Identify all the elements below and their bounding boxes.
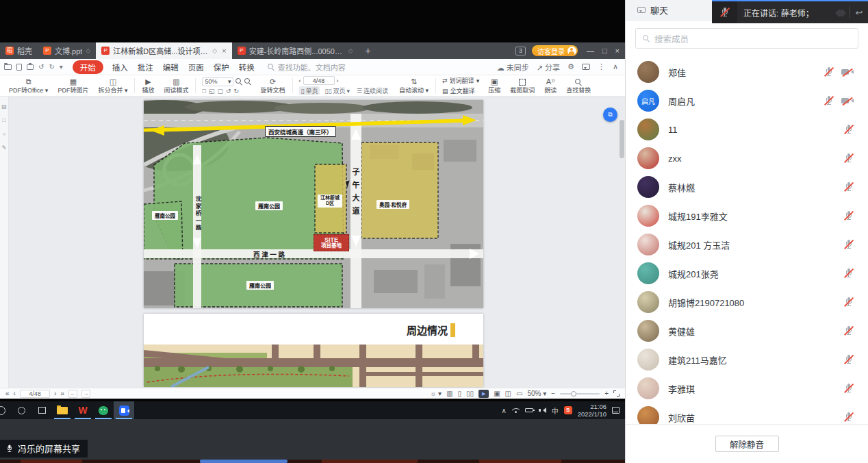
share-button[interactable]: ↗ 分享 (537, 62, 560, 73)
actual-size-icon[interactable]: ▢ (217, 88, 223, 95)
mic-muted-icon[interactable] (843, 210, 854, 221)
more-icon[interactable]: ⋮ (598, 62, 605, 71)
presentation-play-button[interactable]: ▶ (478, 390, 489, 398)
bookmark-panel-icon[interactable]: □ (3, 117, 6, 123)
pin-icon[interactable]: ◇ (212, 47, 217, 54)
split-merge-button[interactable]: ◫拆分合并 ▾ (93, 77, 132, 95)
maximize-button[interactable]: □ (602, 47, 607, 55)
scrollbar-thumb[interactable] (620, 120, 624, 158)
member-row[interactable]: 城规201张尧 (626, 259, 868, 288)
member-row[interactable]: 建筑211马嘉忆 (626, 345, 868, 374)
mic-toggle-button[interactable] (712, 1, 737, 23)
start-button[interactable] (0, 401, 11, 419)
auto-scroll-button[interactable]: ⇅自动滚动 ▾ (394, 77, 433, 95)
pin-icon[interactable]: ◇ (348, 47, 353, 54)
single-page-view-icon[interactable]: ▯ (458, 390, 462, 397)
menu-item[interactable]: 页面 (188, 64, 204, 72)
full-translate-button[interactable]: ▤全文翻译 (442, 86, 479, 95)
print-icon[interactable] (27, 64, 34, 70)
mic-muted-icon[interactable] (824, 66, 834, 77)
find-replace-button[interactable]: 查找替换 (561, 77, 596, 95)
return-arrow-icon[interactable]: ↩ (850, 8, 868, 18)
mic-muted-icon[interactable] (843, 124, 854, 135)
mic-muted-icon[interactable] (843, 153, 854, 164)
status-page-indicator[interactable]: 4/48 (20, 390, 50, 398)
prev-page-icon[interactable]: ‹ (299, 77, 301, 84)
menu-item[interactable]: 插入 (112, 64, 128, 72)
rotate-left-icon[interactable]: ↺ (226, 88, 231, 95)
wps-button[interactable]: W (73, 401, 93, 419)
chevron-down-icon[interactable]: ▾ (60, 63, 63, 71)
guest-login-badge[interactable]: 访客登录 (532, 45, 578, 56)
sogou-input-icon[interactable]: S (564, 406, 572, 414)
member-row[interactable]: 胡锦博2190721080 (626, 288, 868, 316)
sync-status[interactable]: ☁ 未同步 (497, 62, 529, 73)
collapse-ribbon-icon[interactable]: ∧ (613, 62, 618, 71)
pdf-to-office-button[interactable]: ⧉PDF转Office ▾ (4, 77, 53, 95)
pdf-to-image-button[interactable]: ▦PDF转图片 (53, 77, 93, 95)
redo-icon[interactable]: ↻ (49, 63, 54, 71)
undo-icon[interactable]: ↺ (38, 63, 44, 71)
read-mode-button[interactable]: ▥阅读模式 (159, 77, 193, 95)
zoom-out-icon[interactable] (235, 78, 242, 85)
menu-start[interactable]: 开始 (73, 60, 103, 74)
battery-icon[interactable] (525, 408, 533, 412)
file-explorer-button[interactable] (52, 401, 73, 419)
last-page-icon[interactable]: » (60, 390, 64, 397)
page-indicator[interactable]: 4/48 (303, 76, 335, 85)
single-page-button[interactable]: ▯单页 (299, 86, 320, 95)
double-page-button[interactable]: ▯▯双页 ▾ (322, 86, 351, 95)
fit-page-icon[interactable]: ◫ (505, 390, 511, 397)
mic-muted-icon[interactable] (843, 383, 854, 394)
document-tab[interactable]: P 安建-长岭南路西侧...00507.pdf ◇ × (232, 42, 359, 59)
minimize-button[interactable]: — (587, 47, 594, 55)
member-row[interactable]: 郑佳 (626, 58, 868, 86)
mic-muted-icon[interactable] (843, 268, 854, 279)
member-row[interactable]: 刘欣苗 (626, 403, 868, 424)
word-translate-button[interactable]: ⇄划词翻译 ▾ (442, 76, 479, 85)
zoom-slider[interactable] (560, 393, 600, 395)
search-button[interactable] (11, 401, 31, 419)
member-row[interactable]: zxx (626, 144, 868, 173)
mic-muted-icon[interactable] (843, 239, 854, 250)
action-center-icon[interactable] (612, 407, 620, 414)
open-file-icon[interactable] (4, 64, 12, 70)
meeting-app-button[interactable] (114, 401, 134, 419)
member-row[interactable]: 启凡 周启凡 (626, 86, 868, 115)
member-row[interactable]: 11 (626, 115, 868, 144)
zoom-select[interactable]: 50%▾ (202, 77, 233, 86)
read-aloud-button[interactable]: A⁾⁾朗读 (539, 77, 561, 95)
camera-muted-icon[interactable] (841, 68, 854, 77)
fit-page-icon[interactable]: □ (202, 88, 205, 95)
status-zoom-value[interactable]: 50% ▾ (527, 390, 546, 397)
input-method-indicator[interactable]: 中 (552, 405, 559, 416)
menu-item[interactable]: 保护 (214, 64, 229, 72)
document-tab[interactable]: 稻 稻壳 ◇ × (0, 42, 38, 59)
camera-muted-icon[interactable] (841, 97, 854, 105)
play-button[interactable]: ▶播放 (137, 77, 159, 95)
mic-muted-icon[interactable] (843, 182, 854, 192)
close-tab-icon[interactable]: × (222, 47, 226, 55)
gear-icon[interactable]: ⚙ (567, 62, 574, 71)
member-search-input[interactable]: 搜索成员 (635, 28, 858, 49)
member-row[interactable]: 蔡林燃 (626, 173, 868, 201)
mic-muted-icon[interactable] (843, 412, 854, 423)
window-count-badge[interactable]: 3 (515, 47, 526, 55)
document-tab[interactable]: P 文博.ppt ◇ × (38, 42, 96, 59)
next-page-icon[interactable]: › (54, 390, 56, 397)
mic-muted-icon[interactable] (824, 95, 834, 106)
save-icon[interactable] (16, 64, 22, 71)
view-forward-button[interactable]: → (81, 390, 90, 398)
zoom-minus-icon[interactable]: − (551, 390, 555, 397)
network-icon[interactable] (512, 408, 520, 413)
zoom-plus-icon[interactable]: + (604, 390, 609, 397)
rotate-doc-button[interactable]: ⟳旋转文档 (255, 77, 290, 95)
edit-panel-icon[interactable]: ✎ (2, 145, 7, 151)
prev-page-icon[interactable]: ‹ (14, 390, 16, 397)
view-back-button[interactable]: ← (68, 390, 77, 398)
wechat-button[interactable] (93, 401, 114, 419)
eye-protect-icon[interactable]: ☼ ▾ (430, 390, 442, 397)
fit-width-icon[interactable]: ◱ (209, 88, 215, 95)
close-button[interactable]: × (615, 47, 620, 55)
annotation-panel-icon[interactable]: ○ (3, 131, 6, 137)
